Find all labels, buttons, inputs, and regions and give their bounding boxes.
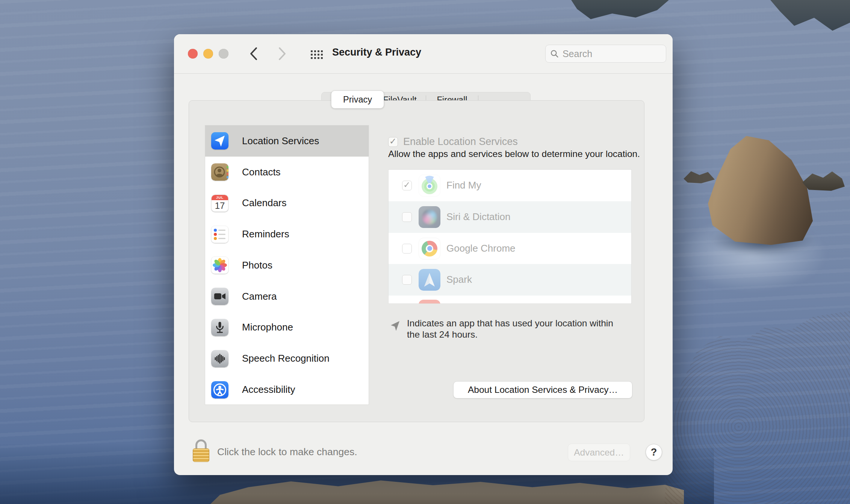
location-arrow-icon xyxy=(390,320,401,332)
back-button[interactable] xyxy=(245,45,262,62)
wallpaper-sea-stack-rock xyxy=(703,136,816,245)
app-name: Siri & Dictation xyxy=(446,201,511,233)
enable-location-services-label: Enable Location Services xyxy=(403,136,518,148)
enable-location-services-row: Enable Location Services xyxy=(388,136,518,148)
google-chrome-checkbox[interactable] xyxy=(402,244,412,254)
sidebar-item-contacts[interactable]: Contacts xyxy=(205,157,369,188)
partial-app-icon xyxy=(419,300,440,304)
sidebar-item-label: Accessibility xyxy=(242,384,295,395)
sidebar-item-label: Reminders xyxy=(242,228,289,240)
microphone-icon xyxy=(211,319,228,336)
forward-icon xyxy=(277,47,287,61)
search-icon xyxy=(550,49,559,59)
show-all-button[interactable] xyxy=(306,47,327,62)
wallpaper-cliff xyxy=(664,311,850,504)
advanced-button[interactable]: Advanced… xyxy=(568,444,630,461)
sidebar-item-label: Camera xyxy=(242,291,277,302)
wallpaper-mist xyxy=(661,210,842,308)
sidebar-item-reminders[interactable]: Reminders xyxy=(205,219,369,250)
titlebar: Security & Privacy xyxy=(174,34,673,74)
calendar-month: JUL xyxy=(212,195,228,200)
location-usage-note-text: Indicates an app that has used your loca… xyxy=(407,318,615,340)
sidebar-item-label: Calendars xyxy=(242,197,287,209)
wallpaper-small-rock xyxy=(681,168,715,183)
speech-recognition-icon xyxy=(211,350,228,367)
spark-checkbox[interactable] xyxy=(402,275,412,285)
lock-body xyxy=(193,448,209,462)
page-title: Security & Privacy xyxy=(332,47,421,58)
calendar-day: 17 xyxy=(212,200,228,211)
calendar-icon: JUL 17 xyxy=(211,195,228,212)
sidebar-item-label: Location Services xyxy=(242,135,319,147)
minimize-icon[interactable] xyxy=(203,49,213,59)
wallpaper-bottom-rocks xyxy=(210,480,684,504)
wallpaper-islet xyxy=(571,0,669,23)
wallpaper-islet xyxy=(770,0,850,32)
zoom-icon xyxy=(219,49,228,59)
privacy-pane: Location Services xyxy=(189,100,644,422)
close-icon[interactable] xyxy=(188,49,198,59)
sidebar-item-photos[interactable]: Photos xyxy=(205,250,369,281)
find-my-checkbox[interactable] xyxy=(402,181,412,190)
sidebar-item-accessibility[interactable]: Accessibility xyxy=(205,374,369,405)
wallpaper-rock-reflection xyxy=(688,218,838,263)
search-input[interactable] xyxy=(562,48,661,60)
about-location-services-button[interactable]: About Location Services & Privacy… xyxy=(453,381,632,398)
contacts-icon xyxy=(211,163,228,181)
app-name: Google Chrome xyxy=(446,233,516,264)
google-chrome-icon xyxy=(419,238,440,260)
spark-icon xyxy=(419,269,440,291)
search-field[interactable] xyxy=(545,45,666,63)
sidebar-item-speech-recognition[interactable]: Speech Recognition xyxy=(205,343,369,374)
sidebar-item-label: Photos xyxy=(242,260,272,271)
wallpaper-small-rock xyxy=(800,170,845,191)
privacy-category-list: Location Services xyxy=(205,125,369,405)
sidebar-item-camera[interactable]: Camera xyxy=(205,281,369,312)
sidebar-item-label: Microphone xyxy=(242,321,293,333)
location-services-icon xyxy=(211,132,228,149)
camera-icon xyxy=(211,288,228,305)
photos-icon xyxy=(211,257,228,274)
tab-privacy[interactable]: Privacy xyxy=(331,91,384,109)
location-services-description: Allow the apps and services below to det… xyxy=(388,149,640,159)
sidebar-item-label: Speech Recognition xyxy=(242,353,330,364)
show-all-grid-icon xyxy=(311,50,323,59)
app-row-siri: Siri & Dictation xyxy=(389,201,631,233)
app-row-spark: Spark xyxy=(389,264,631,296)
app-row-google-chrome: Google Chrome xyxy=(389,233,631,264)
help-button[interactable]: ? xyxy=(646,444,662,460)
forward-button[interactable] xyxy=(274,45,290,62)
security-privacy-window: Security & Privacy General FileVault Fir… xyxy=(174,34,673,475)
siri-checkbox[interactable] xyxy=(402,212,412,222)
sidebar-item-label: Contacts xyxy=(242,166,281,178)
sidebar-item-microphone[interactable]: Microphone xyxy=(205,312,369,343)
location-usage-note: Indicates an app that has used your loca… xyxy=(390,318,615,340)
siri-icon xyxy=(419,206,440,228)
lock-hint-text: Click the lock to make changes. xyxy=(217,446,357,458)
location-apps-list: Find My Siri & Dictation Google Chrome xyxy=(388,169,632,304)
enable-location-services-checkbox[interactable] xyxy=(388,137,398,147)
app-name: Find My xyxy=(446,170,481,201)
back-icon xyxy=(249,47,259,61)
lock-icon[interactable] xyxy=(193,439,209,462)
accessibility-icon xyxy=(211,381,228,398)
app-name: Spark xyxy=(446,264,472,296)
wallpaper-cliff-texture xyxy=(664,311,850,504)
sidebar-item-location-services[interactable]: Location Services xyxy=(205,125,369,157)
app-row-find-my: Find My xyxy=(389,170,631,201)
find-my-icon xyxy=(419,175,440,196)
reminders-icon xyxy=(211,226,228,243)
sidebar-item-calendars[interactable]: JUL 17 Calendars xyxy=(205,188,369,219)
